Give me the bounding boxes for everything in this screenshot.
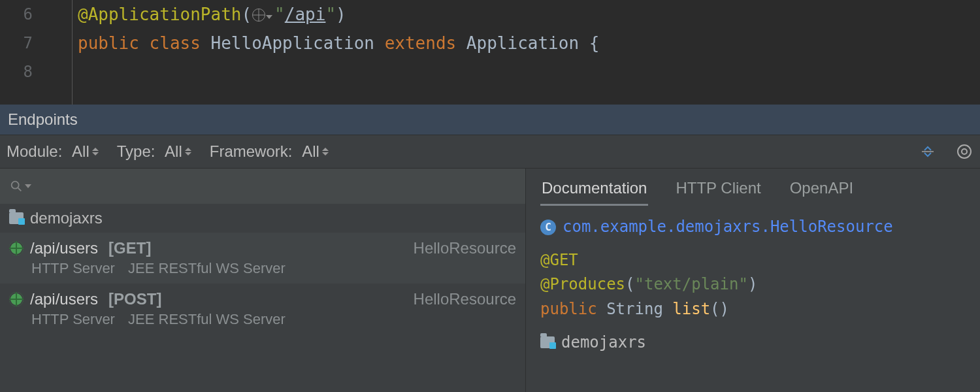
search-icon <box>9 179 24 193</box>
annotation: @ApplicationPath <box>78 5 241 24</box>
line-number: 8 <box>0 57 33 86</box>
endpoints-filter-bar: Module: All Type: All Framework: All <box>0 135 980 169</box>
module-filter[interactable]: Module: All <box>7 142 99 161</box>
line-number: 6 <box>0 0 33 29</box>
filter-value: All <box>72 142 90 161</box>
tab-openapi[interactable]: OpenAPI <box>789 175 855 206</box>
doc-annotation-line: @GET <box>540 248 966 272</box>
line-number-gutter: 6 7 8 <box>0 0 62 105</box>
endpoint-class: HelloResource <box>414 239 516 257</box>
url-path-link[interactable]: /api <box>285 5 326 24</box>
endpoints-list-pane: demojaxrs /api/users [GET] HelloResource… <box>0 169 526 392</box>
filter-label: Framework: <box>210 142 293 161</box>
paren: ) <box>336 5 346 24</box>
settings-button[interactable] <box>955 142 973 161</box>
tab-documentation[interactable]: Documentation <box>540 175 648 206</box>
type-filter[interactable]: Type: All <box>117 142 191 161</box>
endpoint-path: /api/users <box>30 290 98 308</box>
line-number: 7 <box>0 29 33 57</box>
brace: { <box>589 33 600 53</box>
documentation-pane: Documentation HTTP Client OpenAPI Ccom.e… <box>526 169 980 392</box>
svg-line-2 <box>18 188 22 191</box>
code-line[interactable]: public class HelloApplication extends Ap… <box>73 29 980 57</box>
endpoint-tag: HTTP Server <box>31 260 115 276</box>
class-icon: C <box>540 220 556 235</box>
endpoints-panel-title-bar: Endpoints <box>0 105 980 135</box>
chevron-down-icon[interactable] <box>25 184 31 188</box>
panel-title: Endpoints <box>8 110 78 129</box>
doc-fqcn[interactable]: com.example.demojaxrs.HelloResource <box>563 218 893 236</box>
svg-point-1 <box>12 182 19 189</box>
endpoints-tree[interactable]: demojaxrs /api/users [GET] HelloResource… <box>0 204 525 392</box>
endpoint-item[interactable]: /api/users [POST] HelloResource HTTP Ser… <box>0 284 525 335</box>
code-line[interactable]: @ApplicationPath("/api") <box>73 0 980 29</box>
endpoint-method: [POST] <box>108 290 161 308</box>
endpoint-tags: HTTP Server JEE RESTful WS Server <box>0 259 525 284</box>
chevron-down-icon[interactable] <box>266 15 272 19</box>
filter-label: Module: <box>7 142 62 161</box>
endpoint-item[interactable]: /api/users [GET] HelloResource HTTP Serv… <box>0 233 525 284</box>
endpoint-globe-icon <box>9 241 24 255</box>
code-editor[interactable]: 6 7 8 @ApplicationPath("/api") public cl… <box>0 0 980 105</box>
documentation-body: Ccom.example.demojaxrs.HelloResource @GE… <box>526 206 980 364</box>
class-name: HelloApplication <box>211 33 374 53</box>
doc-module-name: demojaxrs <box>561 331 646 355</box>
endpoint-globe-icon <box>9 292 24 306</box>
module-node[interactable]: demojaxrs <box>0 204 525 233</box>
paren: ( <box>241 5 252 24</box>
endpoint-tags: HTTP Server JEE RESTful WS Server <box>0 310 525 335</box>
endpoint-class: HelloResource <box>414 290 516 308</box>
string-quote: " <box>325 5 336 24</box>
endpoint-method: [GET] <box>108 239 151 257</box>
code-line[interactable] <box>73 57 980 86</box>
code-area[interactable]: @ApplicationPath("/api") public class He… <box>72 0 980 105</box>
filter-label: Type: <box>117 142 155 161</box>
globe-icon[interactable] <box>252 8 265 22</box>
endpoint-tag: HTTP Server <box>31 311 115 327</box>
endpoint-tag: JEE RESTful WS Server <box>128 260 286 276</box>
keyword-class: class <box>150 33 201 53</box>
filter-value: All <box>165 142 182 161</box>
filter-value: All <box>302 142 319 161</box>
doc-tab-bar: Documentation HTTP Client OpenAPI <box>526 169 980 206</box>
expand-collapse-icon[interactable] <box>919 142 937 161</box>
module-folder-icon <box>540 336 555 348</box>
tab-http-client[interactable]: HTTP Client <box>674 175 762 206</box>
doc-module-row[interactable]: demojaxrs <box>540 331 966 355</box>
doc-signature-line: public String list() <box>540 297 966 321</box>
endpoints-search-input[interactable] <box>35 178 516 195</box>
base-class: Application <box>466 33 579 53</box>
endpoint-path: /api/users <box>30 239 98 257</box>
module-folder-icon <box>9 212 24 224</box>
framework-filter[interactable]: Framework: All <box>210 142 329 161</box>
endpoints-search-row[interactable] <box>0 169 525 204</box>
string-quote: " <box>274 5 285 24</box>
doc-annotation-line: @Produces("text/plain") <box>540 272 966 297</box>
keyword-public: public <box>78 33 139 53</box>
keyword-extends: extends <box>385 33 457 53</box>
endpoint-tag: JEE RESTful WS Server <box>128 311 286 327</box>
module-name: demojaxrs <box>30 209 103 227</box>
doc-class-header[interactable]: Ccom.example.demojaxrs.HelloResource <box>540 215 966 239</box>
gear-icon <box>957 144 972 159</box>
